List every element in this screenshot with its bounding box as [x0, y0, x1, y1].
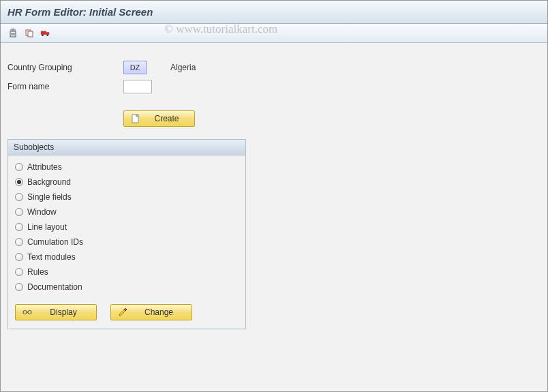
content-area: Country Grouping DZ Algeria Form name Cr…: [1, 43, 547, 336]
form-name-label: Form name: [7, 82, 123, 91]
truck-icon[interactable]: [40, 28, 51, 39]
document-icon: [131, 114, 140, 123]
radio-single-fields[interactable]: Single fields: [15, 190, 239, 205]
svg-point-10: [42, 34, 44, 36]
svg-rect-9: [46, 32, 49, 35]
copy-icon[interactable]: [24, 28, 35, 39]
radio-background[interactable]: Background: [15, 175, 239, 190]
title-bar: HR Form Editor: Initial Screen: [1, 1, 547, 24]
radio-input-window[interactable]: [15, 208, 23, 216]
radio-attributes[interactable]: Attributes: [15, 160, 239, 175]
radio-text-modules[interactable]: Text modules: [15, 250, 239, 265]
change-button-label: Change: [133, 307, 185, 317]
radio-input-cumulation-ids[interactable]: [15, 238, 23, 246]
trash-icon[interactable]: [7, 28, 18, 39]
radio-input-rules[interactable]: [15, 268, 23, 276]
country-grouping-input[interactable]: DZ: [123, 61, 147, 74]
subobjects-header: Subobjects: [8, 140, 245, 155]
radio-window[interactable]: Window: [15, 205, 239, 220]
svg-point-11: [46, 34, 48, 36]
svg-point-14: [28, 310, 31, 314]
display-button-label: Display: [37, 307, 89, 317]
glasses-icon: [22, 307, 32, 317]
country-description: Algeria: [170, 63, 196, 72]
svg-rect-7: [28, 31, 33, 37]
radio-input-documentation[interactable]: [15, 283, 23, 291]
radio-documentation[interactable]: Documentation: [15, 280, 239, 295]
country-grouping-label: Country Grouping: [7, 63, 123, 72]
radio-input-attributes[interactable]: [15, 163, 23, 171]
svg-point-13: [23, 310, 27, 314]
page-title: HR Form Editor: Initial Screen: [7, 6, 153, 18]
radio-cumulation-ids[interactable]: Cumulation IDs: [15, 235, 239, 250]
pencil-icon: [118, 307, 127, 317]
form-name-input[interactable]: [123, 80, 152, 93]
create-button[interactable]: Create: [123, 110, 195, 127]
radio-input-text-modules[interactable]: [15, 253, 23, 261]
radio-rules[interactable]: Rules: [15, 265, 239, 280]
radio-input-line-layout[interactable]: [15, 223, 23, 231]
radio-input-background[interactable]: [15, 178, 23, 186]
radio-line-layout[interactable]: Line layout: [15, 220, 239, 235]
display-button[interactable]: Display: [15, 304, 97, 320]
svg-rect-8: [41, 31, 46, 34]
toolbar: [1, 24, 547, 43]
change-button[interactable]: Change: [110, 304, 192, 320]
radio-input-single-fields[interactable]: [15, 193, 23, 201]
subobjects-group: Subobjects Attributes Background Single …: [7, 139, 246, 329]
create-button-label: Create: [146, 114, 187, 123]
